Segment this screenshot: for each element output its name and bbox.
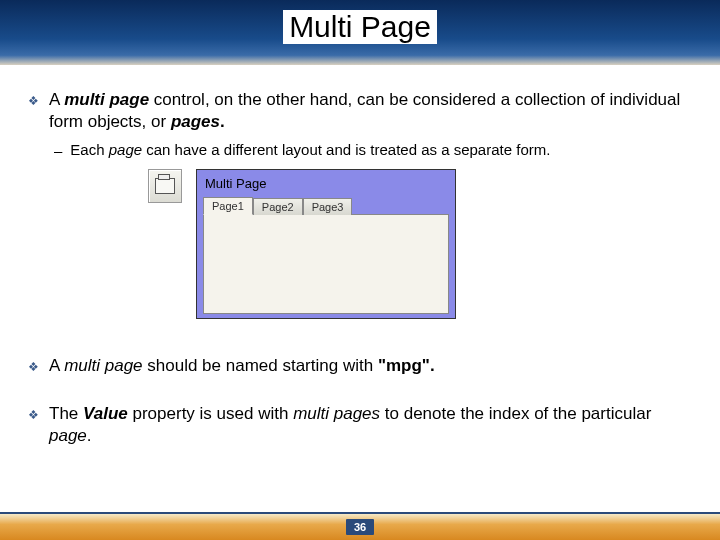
sub-bullet-text: Each page can have a different layout an… (70, 141, 550, 158)
tab-page3: Page3 (303, 198, 353, 215)
bullet-text: A multi page control, on the other hand,… (49, 89, 692, 133)
sub-bullet-item: – Each page can have a different layout … (54, 141, 692, 159)
slide-header: Multi Page (0, 0, 720, 65)
panel-label: Multi Page (199, 172, 453, 195)
bullet-text: A multi page should be named starting wi… (49, 355, 435, 377)
dash-bullet-icon: – (54, 142, 62, 159)
diamond-bullet-icon: ❖ (28, 408, 39, 422)
slide-title: Multi Page (283, 10, 437, 44)
page-number: 36 (346, 519, 374, 535)
multipage-example-panel: Multi Page Page1 Page2 Page3 (196, 169, 456, 319)
bullet-item: ❖ A multi page should be named starting … (28, 355, 692, 377)
tabstrip: Page1 Page2 Page3 (199, 197, 453, 314)
tab-page2: Page2 (253, 198, 303, 215)
tab-body (203, 214, 449, 314)
slide-content: ❖ A multi page control, on the other han… (0, 65, 720, 447)
slide-footer: 36 (0, 512, 720, 540)
bullet-text: The Value property is used with multi pa… (49, 403, 692, 447)
figure-row: Multi Page Page1 Page2 Page3 (148, 169, 692, 319)
bullet-item: ❖ The Value property is used with multi … (28, 403, 692, 447)
multipage-toolbox-icon (148, 169, 182, 203)
diamond-bullet-icon: ❖ (28, 94, 39, 108)
bullet-item: ❖ A multi page control, on the other han… (28, 89, 692, 133)
diamond-bullet-icon: ❖ (28, 360, 39, 374)
tab-page1: Page1 (203, 197, 253, 215)
